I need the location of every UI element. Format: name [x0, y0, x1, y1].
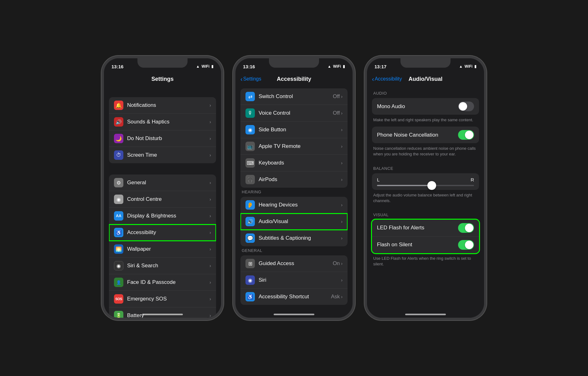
guided-access-label: Guided Access	[259, 260, 333, 267]
visual-section-label: VISUAL	[367, 207, 484, 220]
settings-row-mono-audio[interactable]: Mono Audio	[372, 98, 479, 115]
settings-row-side-button[interactable]: ◉ Side Button ›	[240, 122, 348, 138]
nav-back-accessibility[interactable]: ‹ Accessibility	[372, 76, 402, 82]
flash-silent-toggle[interactable]	[458, 240, 474, 250]
general-chevron: ›	[209, 180, 211, 185]
accessibility-icon: ♿	[114, 228, 123, 237]
dnd-label: Do Not Disturb	[127, 135, 209, 142]
siri-2-icon: ◉	[245, 275, 255, 285]
settings-row-battery[interactable]: 🔋 Battery ›	[109, 307, 216, 318]
bottom-spacer-2	[235, 305, 353, 317]
settings-row-audio-visual[interactable]: 🔊 Audio/Visual ›	[240, 213, 348, 230]
visual-section-highlighted: LED Flash for Alerts Flash on Silent	[372, 220, 479, 253]
mono-audio-toggle[interactable]	[458, 102, 474, 111]
sounds-chevron: ›	[209, 119, 211, 124]
balance-slider-knob[interactable]	[427, 181, 436, 190]
settings-row-control[interactable]: ◉ Control Centre ›	[109, 191, 216, 208]
hearing-section-label: HEARING	[235, 188, 353, 197]
settings-row-faceid[interactable]: 👤 Face ID & Passcode ›	[109, 274, 216, 291]
siri-icon: ◉	[114, 261, 123, 270]
switch-control-label: Switch Control	[259, 93, 333, 100]
settings-row-wallpaper[interactable]: 🌅 Wallpaper ›	[109, 241, 216, 258]
status-time-2: 13:16	[243, 64, 255, 69]
settings-row-keyboards[interactable]: ⌨ Keyboards ›	[240, 155, 348, 171]
voice-control-label: Voice Control	[259, 110, 333, 116]
settings-row-display[interactable]: AA Display & Brightness ›	[109, 208, 216, 224]
settings-row-appletv[interactable]: 📺 Apple TV Remote ›	[240, 138, 348, 155]
display-label: Display & Brightness	[127, 213, 209, 219]
settings-row-switch-control[interactable]: ⇄ Switch Control Off ›	[240, 88, 348, 105]
shortcut-value: Ask	[331, 294, 340, 300]
settings-content-1[interactable]: 🔔 Notifications › 🔊 Sounds & Haptics › 🌙…	[104, 86, 221, 318]
settings-row-screentime[interactable]: ⏱ Screen Time ›	[109, 147, 216, 163]
settings-row-sounds[interactable]: 🔊 Sounds & Haptics ›	[109, 114, 216, 130]
subtitles-chevron: ›	[341, 236, 343, 241]
settings-row-shortcut[interactable]: ♿ Accessibility Shortcut Ask ›	[240, 289, 348, 305]
settings-row-guided-access[interactable]: ⊞ Guided Access On ›	[240, 255, 348, 272]
nav-bar-3: ‹ Accessibility Audio/Visual	[367, 72, 484, 86]
voice-control-chevron: ›	[341, 111, 343, 116]
hearing-devices-label: Hearing Devices	[259, 202, 341, 208]
audio-visual-chevron: ›	[341, 219, 343, 224]
nav-back-settings[interactable]: ‹ Settings	[240, 76, 261, 82]
nav-title-3: Audio/Visual	[409, 76, 443, 82]
audio-section-label: AUDIO	[367, 86, 484, 98]
settings-content-2[interactable]: ⇄ Switch Control Off › 🎙 Voice Control O…	[235, 86, 353, 318]
accessibility-chevron: ›	[209, 230, 211, 235]
status-icons-1: ▲ WiFi ▮	[196, 64, 214, 69]
balance-left-label: L	[377, 177, 379, 182]
keyboards-chevron: ›	[341, 160, 343, 165]
sounds-icon: 🔊	[114, 117, 123, 127]
settings-group-audio: Mono Audio	[372, 98, 479, 115]
siri-2-chevron: ›	[341, 278, 343, 283]
dnd-chevron: ›	[209, 136, 211, 141]
settings-row-flash-silent[interactable]: Flash on Silent	[372, 237, 479, 253]
settings-row-siri-2[interactable]: ◉ Siri ›	[240, 272, 348, 289]
noise-cancel-toggle[interactable]	[458, 130, 474, 140]
settings-group-1: 🔔 Notifications › 🔊 Sounds & Haptics › 🌙…	[109, 97, 216, 163]
led-flash-toggle[interactable]	[458, 223, 474, 233]
balance-slider-track[interactable]	[377, 185, 474, 186]
hearing-devices-icon: 👂	[245, 200, 255, 210]
airpods-chevron: ›	[341, 177, 343, 182]
settings-group-a: ⇄ Switch Control Off › 🎙 Voice Control O…	[240, 88, 348, 188]
balance-slider-fill	[377, 185, 431, 186]
noise-cancel-label: Phone Noise Cancellation	[377, 132, 458, 138]
nav-bar-1: Settings	[104, 72, 221, 86]
settings-row-hearing-devices[interactable]: 👂 Hearing Devices ›	[240, 197, 348, 213]
wallpaper-icon: 🌅	[114, 244, 123, 254]
display-chevron: ›	[209, 213, 211, 218]
phone-1-screen: 13:16 ▲ WiFi ▮ Settings 🔔 Notifications …	[104, 58, 221, 318]
switch-control-chevron: ›	[341, 94, 343, 99]
side-button-label: Side Button	[259, 127, 341, 133]
settings-row-general[interactable]: ⚙ General ›	[109, 175, 216, 191]
settings-row-sos[interactable]: SOS Emergency SOS ›	[109, 291, 216, 307]
switch-control-value: Off	[333, 93, 340, 100]
sos-label: Emergency SOS	[127, 296, 209, 302]
nav-title-1: Settings	[151, 76, 173, 82]
airpods-label: AirPods	[259, 176, 341, 183]
mono-audio-description: Make the left and right speakers play th…	[367, 115, 484, 127]
subtitles-label: Subtitles & Captioning	[259, 235, 341, 241]
settings-row-noise-cancel[interactable]: Phone Noise Cancellation	[372, 127, 479, 143]
settings-row-voice-control[interactable]: 🎙 Voice Control Off ›	[240, 105, 348, 122]
phone-3-screen: 13:17 ▲ WiFi ▮ ‹ Accessibility Audio/Vis…	[367, 58, 484, 318]
sounds-label: Sounds & Haptics	[127, 119, 209, 125]
settings-row-accessibility[interactable]: ♿ Accessibility ›	[109, 224, 216, 241]
settings-row-siri[interactable]: ◉ Siri & Search ›	[109, 258, 216, 274]
balance-right-label: R	[471, 177, 474, 182]
settings-group-2: ⚙ General › ◉ Control Centre › AA Displa…	[109, 175, 216, 318]
noise-cancel-knob	[465, 131, 473, 139]
settings-row-subtitles[interactable]: 💬 Subtitles & Captioning ›	[240, 230, 348, 246]
settings-row-dnd[interactable]: 🌙 Do Not Disturb ›	[109, 130, 216, 147]
settings-row-notifications[interactable]: 🔔 Notifications ›	[109, 97, 216, 114]
phone-3: 13:17 ▲ WiFi ▮ ‹ Accessibility Audio/Vis…	[364, 56, 487, 320]
signal-icon: ▲	[196, 64, 200, 69]
balance-labels: L R	[377, 177, 474, 182]
settings-row-led-flash[interactable]: LED Flash for Alerts	[372, 220, 479, 237]
guided-access-chevron: ›	[341, 261, 343, 266]
general-icon: ⚙	[114, 178, 123, 187]
settings-content-3[interactable]: AUDIO Mono Audio Make the left and right…	[367, 86, 484, 318]
settings-row-airpods[interactable]: 🎧 AirPods ›	[240, 171, 348, 188]
status-bar-3: 13:17 ▲ WiFi ▮	[367, 58, 484, 72]
